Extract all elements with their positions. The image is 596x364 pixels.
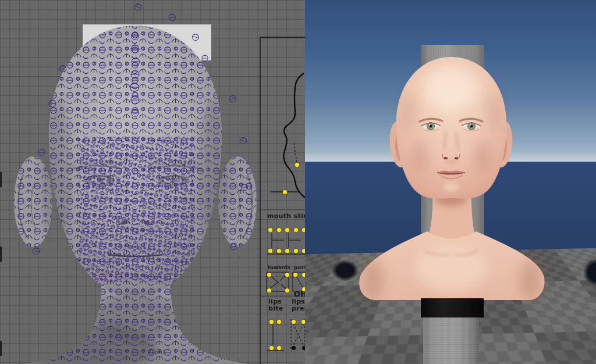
picker-handle[interactable] bbox=[285, 273, 289, 277]
picker-handle[interactable] bbox=[269, 346, 274, 350]
picker-handle[interactable] bbox=[295, 163, 299, 167]
picker-handle[interactable] bbox=[269, 320, 274, 324]
edge-mark bbox=[0, 341, 2, 356]
mouth-section-label: mouth stick bbox=[267, 213, 305, 220]
picker-handle[interactable] bbox=[267, 273, 271, 277]
rigged-head-model[interactable] bbox=[0, 0, 305, 364]
lips-press-label-2: pres bbox=[292, 305, 305, 312]
edge-mark bbox=[0, 172, 2, 187]
viewport-front-camera[interactable]: mouth stick towards purs OH lips bite li… bbox=[0, 0, 305, 364]
facial-rig-controllers[interactable] bbox=[12, 21, 262, 364]
picker-handle[interactable] bbox=[283, 190, 287, 194]
picker-handle[interactable] bbox=[267, 288, 271, 292]
picker-handle[interactable] bbox=[292, 320, 296, 324]
app-window: mouth stick towards purs OH lips bite li… bbox=[0, 0, 596, 364]
render-viewport[interactable] bbox=[305, 0, 596, 364]
picker-handle[interactable] bbox=[294, 228, 298, 232]
purse-label: purs bbox=[294, 265, 305, 270]
picker-handle[interactable] bbox=[277, 249, 281, 253]
towards-label: towards bbox=[268, 265, 290, 270]
picker-handle[interactable] bbox=[285, 228, 289, 232]
picker-handle[interactable] bbox=[268, 249, 272, 253]
edge-mark bbox=[0, 247, 2, 262]
picker-handle[interactable] bbox=[285, 288, 289, 292]
picker-handle[interactable] bbox=[277, 346, 281, 350]
picker-handle[interactable] bbox=[277, 228, 281, 232]
picker-handle[interactable] bbox=[294, 249, 298, 253]
picker-handle[interactable] bbox=[293, 273, 297, 277]
picker-handle[interactable] bbox=[268, 228, 272, 232]
camera-name-label: front bbox=[149, 348, 165, 356]
picker-handle-off[interactable] bbox=[292, 346, 296, 350]
lips-bite-label-2: bite bbox=[268, 305, 283, 312]
pedestal-band bbox=[421, 298, 484, 317]
pedestal-column bbox=[423, 317, 479, 364]
picker-handle[interactable] bbox=[285, 249, 289, 253]
picker-handle[interactable] bbox=[277, 320, 281, 324]
